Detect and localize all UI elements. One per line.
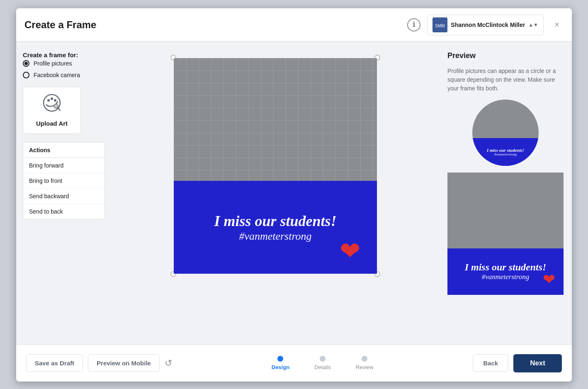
preview-circle-hashtag: #vanmeterstrong [494, 153, 517, 156]
preview-square: I miss our students! #vanmeterstrong ❤ [447, 173, 564, 295]
action-send-backward[interactable]: Send backward [23, 189, 104, 204]
close-button[interactable]: × [550, 18, 564, 32]
svg-text:SMM: SMM [435, 24, 445, 28]
radio-label-camera: Facebook camera [34, 72, 80, 78]
refresh-icon[interactable]: ↺ [165, 358, 172, 369]
preview-description: Profile pictures can appear as a circle … [447, 67, 564, 93]
frame-text-hashtag: #vanmeterstrong [239, 230, 311, 243]
radio-group: Profile pictures Facebook camera [23, 60, 105, 78]
step-dot-details [320, 356, 326, 362]
step-dot-design [277, 356, 283, 362]
preview-square-container: I miss our students! #vanmeterstrong ❤ [447, 173, 564, 295]
preview-square-text: I miss our students! [465, 262, 547, 273]
canvas-wrapper[interactable]: I miss our students! #vanmeterstrong ❤ [165, 50, 385, 282]
svg-point-5 [54, 99, 56, 102]
canvas-container: I miss our students! #vanmeterstrong ❤ [174, 58, 377, 274]
preview-circle: I miss our students! #vanmeterstrong ❤ [472, 100, 539, 166]
action-bring-forward[interactable]: Bring forward [23, 158, 104, 173]
action-send-to-back[interactable]: Send to back [23, 204, 104, 219]
user-selector[interactable]: SMM Shannon McClintock Miller ▲▼ [427, 15, 544, 35]
info-icon[interactable]: ℹ [407, 18, 420, 32]
preview-title: Preview [447, 51, 564, 60]
user-name: Shannon McClintock Miller [451, 22, 525, 28]
radio-dot-camera [23, 72, 29, 78]
radio-dot-profile [23, 60, 29, 67]
preview-circle-frame: I miss our students! #vanmeterstrong ❤ [472, 138, 539, 166]
modal-title: Create a Frame [24, 19, 96, 31]
avatar: SMM [432, 17, 447, 32]
header-right: ℹ SMM Shannon McClintock Miller ▲▼ × [407, 15, 564, 35]
next-button[interactable]: Next [513, 354, 562, 372]
create-frame-modal: Create a Frame ℹ SMM Shannon McClintock … [16, 8, 572, 382]
footer-left: Save as Draft Preview on Mobile ↺ [26, 354, 172, 372]
modal-body: Create a frame for: Profile pictures Fac… [16, 41, 572, 344]
preview-square-heart: ❤ [543, 271, 555, 288]
step-label-design: Design [272, 364, 289, 370]
frame-for-section: Create a frame for: Profile pictures Fac… [23, 51, 105, 78]
modal-footer: Save as Draft Preview on Mobile ↺ Design… [16, 344, 572, 382]
palette-icon [43, 94, 61, 116]
modal-header: Create a Frame ℹ SMM Shannon McClintock … [16, 8, 572, 41]
radio-profile-pictures[interactable]: Profile pictures [23, 60, 105, 67]
step-label-review: Review [356, 364, 374, 370]
upload-art-button[interactable]: Upload Art [23, 87, 81, 134]
step-dot-review [362, 356, 367, 362]
actions-header: Actions [23, 143, 104, 158]
footer-steps: Design Details Review [272, 356, 374, 370]
preview-circle-text: I miss our students! [487, 148, 524, 153]
dropdown-arrow-icon: ▲▼ [528, 22, 538, 28]
sidebar: Create a frame for: Profile pictures Fac… [16, 41, 112, 344]
step-details: Details [314, 356, 331, 370]
preview-circle-container: I miss our students! #vanmeterstrong ❤ [447, 100, 564, 166]
step-label-details: Details [314, 364, 331, 370]
radio-label-profile: Profile pictures [34, 60, 72, 67]
step-review: Review [356, 356, 374, 370]
canvas-area: I miss our students! #vanmeterstrong ❤ [112, 41, 439, 344]
preview-area: Preview Profile pictures can appear as a… [439, 41, 572, 344]
footer-right: Back Next [473, 354, 562, 372]
preview-mobile-button[interactable]: Preview on Mobile [88, 354, 160, 372]
preview-square-frame: I miss our students! #vanmeterstrong ❤ [447, 248, 564, 295]
step-design: Design [272, 356, 289, 370]
upload-art-label: Upload Art [36, 120, 68, 127]
svg-point-4 [51, 97, 53, 100]
actions-card: Actions Bring forward Bring to front Sen… [23, 142, 105, 219]
svg-point-3 [47, 99, 50, 102]
back-button[interactable]: Back [473, 354, 508, 372]
frame-for-label: Create a frame for: [23, 51, 105, 58]
preview-square-hashtag: #vanmeterstrong [482, 273, 530, 281]
frame-overlay: I miss our students! #vanmeterstrong ❤ [174, 181, 377, 274]
preview-circle-heart: ❤ [530, 156, 535, 164]
svg-point-2 [44, 95, 60, 111]
save-draft-button[interactable]: Save as Draft [26, 354, 83, 372]
action-bring-to-front[interactable]: Bring to front [23, 173, 104, 189]
radio-facebook-camera[interactable]: Facebook camera [23, 72, 105, 78]
frame-text-main: I miss our students! [214, 212, 336, 230]
heart-icon: ❤ [340, 236, 360, 265]
